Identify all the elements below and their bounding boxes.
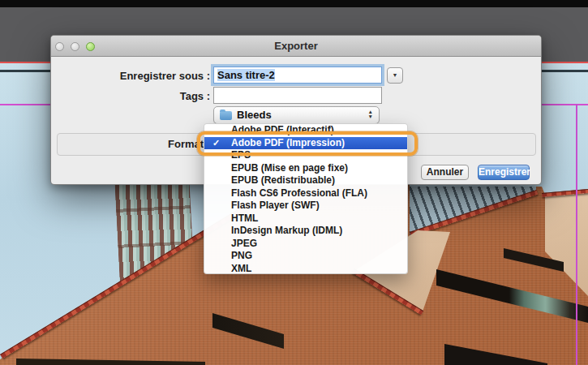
minimize-icon[interactable] [71,42,79,51]
location-popup[interactable]: Bleeds ▲▼ [213,106,380,124]
menu-item-jpeg[interactable]: JPEG [204,238,407,251]
menu-item-html[interactable]: HTML [204,213,407,225]
top-black-strip [0,0,588,7]
magenta-guide-vertical [576,104,577,365]
filename-input[interactable]: Sans titre-2 [213,67,382,84]
menu-item-flash-player[interactable]: Flash Player (SWF) [204,200,407,213]
close-icon[interactable] [55,42,64,51]
zoom-icon[interactable] [86,42,95,51]
menu-item-png[interactable]: PNG [204,250,407,263]
folder-icon [220,111,232,120]
tags-input[interactable] [213,87,382,104]
screenshot-stage: Exporter Enregistrer sous : Sans titre-2… [0,0,588,365]
location-value: Bleeds [237,109,272,121]
menu-item-flash-cs6[interactable]: Flash CS6 Professional (FLA) [204,187,407,200]
menu-item-indesign-markup[interactable]: InDesign Markup (IDML) [204,225,407,238]
filename-history-dropdown-button[interactable]: ▼ [387,67,403,84]
stepper-arrows-icon: ▲▼ [368,110,373,118]
format-label: Format : [51,133,210,156]
save-as-label: Enregistrer sous : [51,70,210,82]
dropdown-arrow-icon: ▼ [393,72,398,78]
dialog-title: Exporter [51,36,541,57]
menu-item-epub-fixe[interactable]: EPUB (Mise en page fixe) [204,162,407,175]
menu-item-epub-redistribuable[interactable]: EPUB (Redistribuable) [204,174,407,187]
save-button[interactable]: Enregistrer [478,165,530,180]
menu-item-xml[interactable]: XML [204,263,407,275]
tags-label: Tags : [51,90,210,102]
filename-selected-text: Sans titre-2 [217,69,275,81]
dialog-titlebar[interactable]: Exporter [51,36,541,57]
cancel-button[interactable]: Annuler [421,165,469,180]
highlight-annotation-box [197,131,418,156]
